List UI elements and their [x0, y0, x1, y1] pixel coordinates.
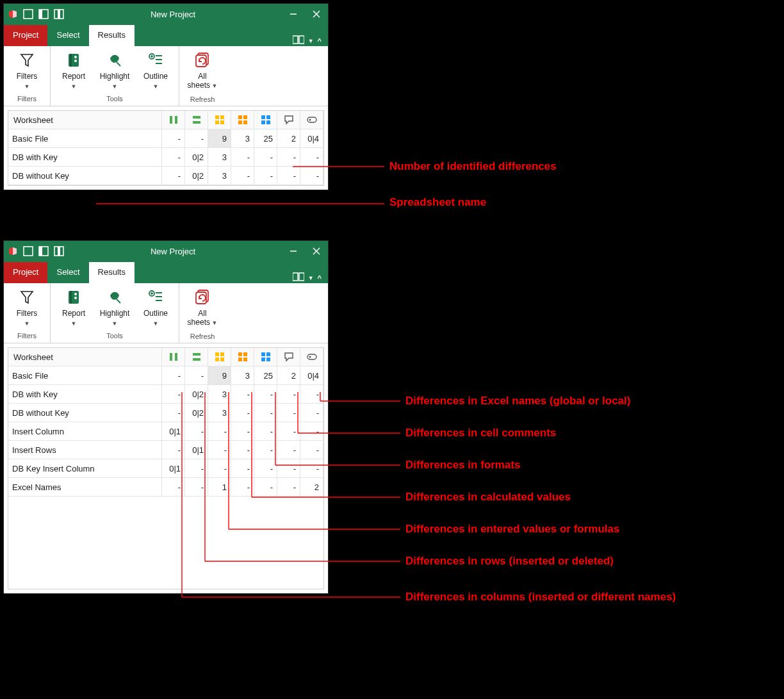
- annotation-num-diff: Number of identified differences: [389, 160, 557, 173]
- app-icon: [8, 9, 18, 19]
- minimize-button[interactable]: [282, 4, 305, 24]
- outline-button[interactable]: Outline ▼: [136, 50, 175, 91]
- report-button[interactable]: Report ▼: [54, 287, 93, 328]
- col-c3[interactable]: [231, 111, 254, 129]
- funnel-icon: [18, 51, 36, 69]
- col-c6[interactable]: [300, 111, 323, 129]
- svg-rect-28: [215, 120, 219, 124]
- tab-results[interactable]: Results: [89, 25, 135, 46]
- highlight-button[interactable]: Highlight ▼: [95, 50, 134, 91]
- col-c0[interactable]: [162, 348, 185, 366]
- col-c3[interactable]: [231, 348, 254, 366]
- table-row[interactable]: Basic File--932520|4: [8, 366, 323, 385]
- table-row[interactable]: DB without Key-0|23----: [8, 404, 323, 422]
- svg-point-79: [309, 356, 311, 358]
- cell-c3: -: [231, 167, 254, 185]
- cell-c4: 25: [254, 129, 277, 148]
- cell-c6: -: [300, 441, 323, 459]
- results-grid[interactable]: Worksheet Basic File--932520|4DB with Ke…: [8, 110, 324, 186]
- filters-button[interactable]: Filters ▼: [8, 287, 46, 328]
- collapse-ribbon-icon[interactable]: ^: [318, 274, 322, 282]
- layout-picker-icon[interactable]: [293, 272, 304, 283]
- col-c2[interactable]: [208, 348, 231, 366]
- svg-rect-74: [261, 352, 265, 356]
- svg-rect-22: [170, 116, 172, 124]
- layout-split-left-icon[interactable]: [38, 9, 49, 19]
- table-row[interactable]: Basic File--932520|4: [8, 129, 323, 148]
- cell-c6: 0|4: [300, 366, 323, 385]
- cell-c3: -: [231, 148, 254, 167]
- filters-button[interactable]: Filters ▼: [8, 50, 46, 91]
- svg-rect-25: [193, 121, 200, 124]
- ribbon-group-refresh: Refresh: [179, 94, 225, 106]
- cell-c0: -: [162, 478, 185, 497]
- tab-select[interactable]: Select: [47, 262, 88, 283]
- col-c5[interactable]: [277, 348, 300, 366]
- table-row[interactable]: DB with Key-0|23----: [8, 385, 323, 404]
- svg-rect-62: [170, 353, 172, 361]
- layout-split-left-icon[interactable]: [38, 246, 49, 256]
- collapse-ribbon-icon[interactable]: ^: [318, 37, 322, 45]
- chevron-down-icon: ▼: [71, 83, 77, 90]
- report-button[interactable]: Report ▼: [54, 50, 93, 91]
- tab-results[interactable]: Results: [89, 262, 135, 283]
- cell-c6: 0|4: [300, 129, 323, 148]
- svg-rect-11: [70, 54, 72, 67]
- outline-button[interactable]: Outline ▼: [136, 287, 175, 328]
- chevron-down-icon[interactable]: ▼: [308, 38, 314, 44]
- tab-project[interactable]: Project: [4, 262, 47, 283]
- layout-split-center-icon[interactable]: [54, 246, 64, 256]
- minimize-button[interactable]: [282, 241, 305, 261]
- chevron-down-icon: ▼: [71, 320, 77, 327]
- chevron-down-icon[interactable]: ▼: [308, 275, 314, 281]
- table-row[interactable]: DB Key Insert Column0|1------: [8, 459, 323, 478]
- cell-c2: -: [208, 422, 231, 441]
- cell-c5: -: [277, 441, 300, 459]
- layout-single-icon[interactable]: [23, 9, 33, 19]
- col-c2[interactable]: [208, 111, 231, 129]
- report-icon: [65, 51, 83, 69]
- col-c5[interactable]: [277, 111, 300, 129]
- svg-rect-26: [215, 115, 219, 119]
- table-row[interactable]: Excel Names--1---2: [8, 478, 323, 497]
- worksheet-name: DB without Key: [8, 167, 162, 185]
- layout-picker-icon[interactable]: [293, 35, 304, 46]
- col-c4[interactable]: [254, 111, 277, 129]
- highlight-button[interactable]: Highlight ▼: [95, 287, 134, 328]
- col-c6[interactable]: [300, 348, 323, 366]
- tab-select[interactable]: Select: [47, 25, 88, 46]
- worksheet-name: Excel Names: [8, 478, 162, 497]
- all-sheets-button[interactable]: Allsheets ▼: [183, 50, 222, 92]
- results-grid[interactable]: Worksheet Basic File--932520|4DB with Ke…: [8, 347, 324, 589]
- svg-rect-44: [58, 247, 60, 256]
- cell-c1: -: [185, 478, 208, 497]
- col-worksheet[interactable]: Worksheet: [8, 111, 162, 129]
- table-row[interactable]: Insert Column0|1------: [8, 422, 323, 441]
- table-row[interactable]: Insert Rows-0|1-----: [8, 441, 323, 459]
- svg-rect-76: [261, 358, 265, 361]
- close-button[interactable]: [305, 241, 328, 261]
- col-c0[interactable]: [162, 111, 185, 129]
- col-c1[interactable]: [185, 348, 208, 366]
- cell-c1: -: [185, 422, 208, 441]
- col-worksheet[interactable]: Worksheet: [8, 348, 162, 366]
- col-c4[interactable]: [254, 348, 277, 366]
- tab-project[interactable]: Project: [4, 25, 47, 46]
- svg-point-53: [74, 297, 77, 299]
- cell-c4: -: [254, 441, 277, 459]
- svg-rect-27: [220, 115, 224, 119]
- svg-rect-68: [215, 358, 219, 361]
- layout-single-icon[interactable]: [23, 246, 33, 256]
- svg-rect-0: [24, 10, 33, 19]
- cell-c1: 0|2: [185, 148, 208, 167]
- col-c1[interactable]: [185, 111, 208, 129]
- svg-rect-34: [261, 115, 265, 119]
- table-row[interactable]: DB with Key-0|23----: [8, 148, 323, 167]
- cell-c6: -: [300, 148, 323, 167]
- close-button[interactable]: [305, 4, 328, 24]
- svg-point-52: [74, 293, 77, 295]
- table-row[interactable]: DB without Key-0|23----: [8, 167, 323, 185]
- all-sheets-button[interactable]: Allsheets ▼: [183, 287, 222, 329]
- layout-split-center-icon[interactable]: [54, 9, 64, 19]
- cell-c5: -: [277, 478, 300, 497]
